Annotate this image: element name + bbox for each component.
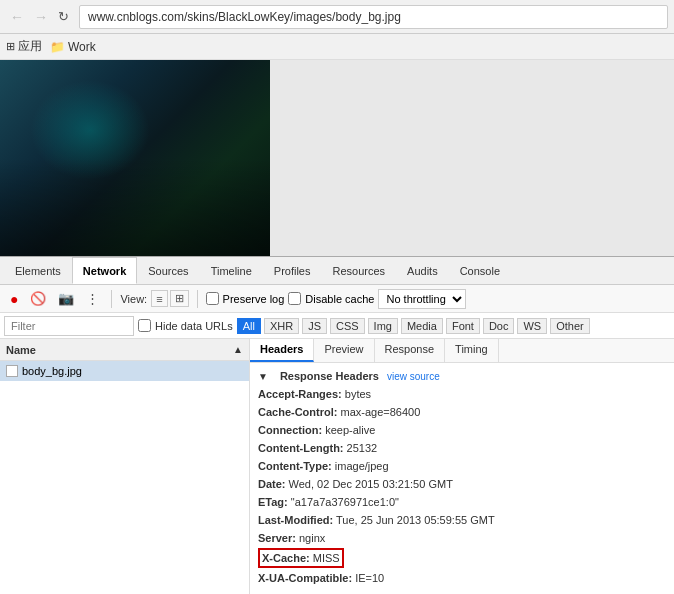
sort-arrow-icon: ▲ [233, 344, 243, 355]
header-content-type: Content-Type: image/jpeg [258, 457, 666, 475]
triangle-icon: ▼ [258, 371, 268, 382]
response-headers-label: Response Headers [280, 370, 379, 382]
view-icons: ≡ ⊞ [151, 290, 188, 307]
record-button[interactable]: ● [6, 289, 22, 309]
filter-tag-xhr[interactable]: XHR [264, 318, 299, 334]
tab-console[interactable]: Console [449, 257, 511, 284]
header-last-modified: Last-Modified: Tue, 25 Jun 2013 05:59:55… [258, 511, 666, 529]
header-x-ua-compatible: X-UA-Compatible: IE=10 [258, 569, 666, 587]
x-cache-highlight: X-Cache: MISS [258, 548, 344, 568]
tab-sources[interactable]: Sources [137, 257, 199, 284]
page-image [0, 60, 270, 256]
header-content-length: Content-Length: 25132 [258, 439, 666, 457]
header-etag: ETag: "a17a7a376971ce1:0" [258, 493, 666, 511]
disable-cache-checkbox[interactable] [288, 292, 301, 305]
devtools-toolbar: ● 🚫 📷 ⋮ View: ≡ ⊞ Preserve log Disable c… [0, 285, 674, 313]
filter-tag-media[interactable]: Media [401, 318, 443, 334]
header-x-cache: X-Cache: MISS [258, 547, 666, 569]
tab-preview[interactable]: Preview [314, 339, 374, 362]
filter-tag-css[interactable]: CSS [330, 318, 365, 334]
tab-network[interactable]: Network [72, 257, 137, 284]
preserve-log-text: Preserve log [223, 293, 285, 305]
group-view-button[interactable]: ⊞ [170, 290, 189, 307]
clear-button[interactable]: 🚫 [26, 289, 50, 308]
list-view-button[interactable]: ≡ [151, 290, 167, 307]
detail-tabs: Headers Preview Response Timing [250, 339, 674, 363]
forward-button[interactable]: → [30, 7, 52, 27]
list-item[interactable]: body_bg.jpg [0, 361, 249, 381]
header-accept-ranges: Accept-Ranges: bytes [258, 385, 666, 403]
view-label: View: [120, 293, 147, 305]
file-icon [6, 365, 18, 377]
separator-2 [197, 290, 198, 308]
tab-elements[interactable]: Elements [4, 257, 72, 284]
apps-label: 应用 [18, 38, 42, 55]
tab-response[interactable]: Response [375, 339, 446, 362]
headers-panel: Headers Preview Response Timing ▼ Respon… [250, 339, 674, 594]
devtools-tabs: Elements Network Sources Timeline Profil… [0, 257, 674, 285]
refresh-button[interactable]: ↻ [54, 7, 73, 26]
apps-grid-icon: ⊞ [6, 40, 15, 53]
back-button[interactable]: ← [6, 7, 28, 27]
preserve-log-label: Preserve log [206, 292, 285, 305]
tab-timeline[interactable]: Timeline [200, 257, 263, 284]
nav-buttons: ← → ↻ [6, 7, 73, 27]
tab-resources[interactable]: Resources [321, 257, 396, 284]
disable-cache-label: Disable cache [288, 292, 374, 305]
filter-tag-img[interactable]: Img [368, 318, 398, 334]
tab-timing[interactable]: Timing [445, 339, 499, 362]
tab-audits[interactable]: Audits [396, 257, 449, 284]
header-connection: Connection: keep-alive [258, 421, 666, 439]
devtools-panel: Elements Network Sources Timeline Profil… [0, 256, 674, 594]
folder-icon: 📁 [50, 40, 65, 54]
filter-input[interactable] [4, 316, 134, 336]
filter-button[interactable]: ⋮ [82, 289, 103, 308]
bookmarks-bar: ⊞ 应用 📁 Work [0, 34, 674, 60]
filter-tag-all[interactable]: All [237, 318, 261, 334]
tab-headers[interactable]: Headers [250, 339, 314, 362]
filter-bar: Hide data URLs All XHR JS CSS Img Media … [0, 313, 674, 339]
disable-cache-text: Disable cache [305, 293, 374, 305]
filter-tag-js[interactable]: JS [302, 318, 327, 334]
header-server: Server: nginx [258, 529, 666, 547]
network-main: Name ▲ body_bg.jpg Headers Preview Respo… [0, 339, 674, 594]
work-label: Work [68, 40, 96, 54]
hide-data-urls-text: Hide data URLs [155, 320, 233, 332]
page-content [0, 60, 674, 256]
response-view-source-link[interactable]: view source [387, 371, 440, 382]
separator-1 [111, 290, 112, 308]
header-date: Date: Wed, 02 Dec 2015 03:21:50 GMT [258, 475, 666, 493]
filter-tags: All XHR JS CSS Img Media Font Doc WS Oth… [237, 318, 590, 334]
file-name: body_bg.jpg [22, 365, 82, 377]
filter-tag-ws[interactable]: WS [517, 318, 547, 334]
address-bar[interactable] [79, 5, 668, 29]
apps-bookmark[interactable]: ⊞ 应用 [6, 38, 42, 55]
throttle-select[interactable]: No throttling GPRS Regular 2G Good 2G Re… [378, 289, 466, 309]
filter-tag-doc[interactable]: Doc [483, 318, 515, 334]
file-list-header: Name ▲ [0, 339, 249, 361]
filter-tag-font[interactable]: Font [446, 318, 480, 334]
file-list: Name ▲ body_bg.jpg [0, 339, 250, 594]
response-headers-section: ▼ Response Headers view source Accept-Ra… [250, 363, 674, 594]
name-column-header: Name [6, 344, 36, 356]
header-cache-control: Cache-Control: max-age=86400 [258, 403, 666, 421]
preserve-log-checkbox[interactable] [206, 292, 219, 305]
response-headers-title: ▼ Response Headers view source [258, 367, 666, 385]
hide-data-urls-checkbox[interactable] [138, 319, 151, 332]
camera-button[interactable]: 📷 [54, 289, 78, 308]
tab-profiles[interactable]: Profiles [263, 257, 322, 284]
work-bookmark[interactable]: 📁 Work [50, 40, 96, 54]
filter-tag-other[interactable]: Other [550, 318, 590, 334]
browser-toolbar: ← → ↻ [0, 0, 674, 34]
hide-data-urls-label: Hide data URLs [138, 319, 233, 332]
